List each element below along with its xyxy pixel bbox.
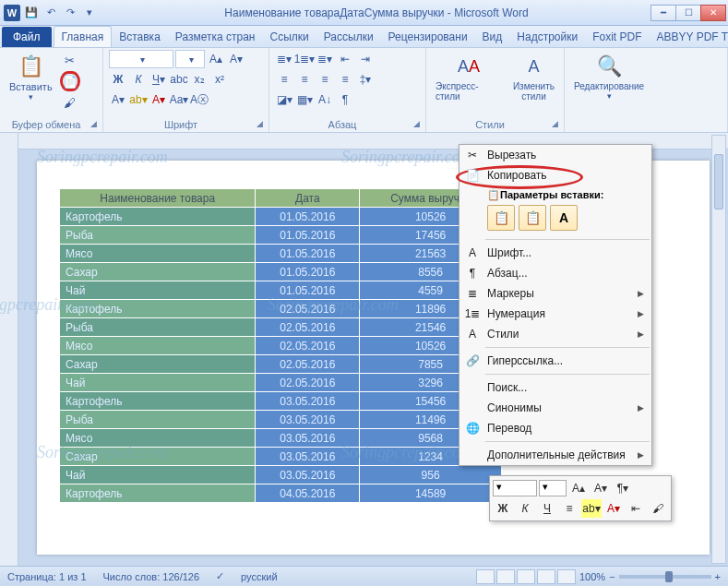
table-cell[interactable]: 956 bbox=[360, 466, 502, 484]
tab-foxit[interactable]: Foxit PDF bbox=[585, 27, 649, 47]
tab-insert[interactable]: Вставка bbox=[112, 27, 168, 47]
close-button[interactable]: ✕ bbox=[700, 5, 726, 21]
table-header[interactable]: Дата bbox=[256, 189, 360, 208]
status-page[interactable]: Страница: 1 из 1 bbox=[7, 571, 87, 582]
status-proofing-icon[interactable]: ✓ bbox=[216, 570, 224, 582]
mini-underline-icon[interactable]: Ч bbox=[537, 499, 557, 518]
table-cell[interactable]: 01.05.2016 bbox=[256, 226, 360, 245]
align-right-icon[interactable]: ≡ bbox=[316, 70, 334, 89]
font-launcher-icon[interactable]: ◢ bbox=[253, 119, 263, 128]
table-cell[interactable]: Мясо bbox=[60, 245, 256, 263]
clear-format-icon[interactable]: Aⓧ bbox=[190, 90, 209, 109]
tab-mailings[interactable]: Рассылки bbox=[316, 27, 381, 47]
table-cell[interactable]: 02.05.2016 bbox=[256, 300, 360, 318]
ctx-paragraph[interactable]: ¶Абзац... bbox=[459, 263, 651, 283]
table-cell[interactable]: 03.05.2016 bbox=[256, 411, 360, 429]
table-row[interactable]: Мясо03.05.20169568 bbox=[60, 429, 502, 448]
bullets-icon[interactable]: ≣▾ bbox=[275, 50, 293, 68]
tab-references[interactable]: Ссылки bbox=[262, 27, 316, 47]
table-row[interactable]: Картофель01.05.201610526 bbox=[60, 208, 502, 226]
format-painter-icon[interactable]: 🖌 bbox=[60, 92, 80, 113]
mini-font-name[interactable]: ▾ bbox=[493, 480, 537, 496]
mini-styles-icon[interactable]: ¶▾ bbox=[613, 479, 633, 497]
zoom-level[interactable]: 100% bbox=[579, 571, 605, 582]
mini-indent-icon[interactable]: ⇤ bbox=[626, 499, 646, 518]
table-row[interactable]: Картофель04.05.201614589 bbox=[60, 484, 502, 503]
table-row[interactable]: Сахар01.05.20168556 bbox=[60, 263, 502, 281]
ctx-bullets[interactable]: ≣Маркеры▶ bbox=[459, 283, 651, 304]
shading-icon[interactable]: ◪▾ bbox=[275, 90, 293, 109]
underline-icon[interactable]: Ч▾ bbox=[149, 70, 168, 89]
status-language[interactable]: русский bbox=[241, 571, 277, 582]
table-cell[interactable]: Чай bbox=[60, 374, 256, 392]
paste-button[interactable]: 📋 Вставить ▾ bbox=[6, 50, 56, 103]
table-cell[interactable]: 01.05.2016 bbox=[256, 263, 360, 281]
table-row[interactable]: Мясо01.05.201621563 bbox=[60, 245, 502, 263]
table-cell[interactable]: 01.05.2016 bbox=[256, 208, 360, 226]
table-cell[interactable]: 02.05.2016 bbox=[256, 318, 360, 337]
mini-highlight-icon[interactable]: ab▾ bbox=[581, 499, 602, 518]
paste-option-merge[interactable]: 📋 bbox=[519, 205, 546, 231]
table-cell[interactable]: Рыба bbox=[60, 411, 256, 429]
decrease-indent-icon[interactable]: ⇤ bbox=[336, 50, 354, 68]
minimize-button[interactable]: ━ bbox=[650, 5, 676, 21]
ctx-cut[interactable]: ✂Вырезать bbox=[459, 145, 651, 165]
table-row[interactable]: Чай01.05.20164559 bbox=[60, 281, 502, 300]
multilevel-icon[interactable]: ≣▾ bbox=[316, 50, 334, 68]
zoom-in-icon[interactable]: + bbox=[715, 571, 721, 582]
table-row[interactable]: Рыба03.05.201611496 bbox=[60, 411, 502, 429]
table-cell[interactable]: Картофель bbox=[60, 392, 256, 411]
subscript-icon[interactable]: x₂ bbox=[190, 70, 209, 89]
table-cell[interactable]: 14589 bbox=[360, 484, 502, 503]
show-marks-icon[interactable]: ¶ bbox=[336, 90, 354, 109]
superscript-icon[interactable]: x² bbox=[210, 70, 229, 89]
table-cell[interactable]: Сахар bbox=[60, 355, 256, 374]
change-styles-button[interactable]: A Изменить стили bbox=[509, 50, 558, 103]
qat-customize-icon[interactable]: ▾ bbox=[81, 5, 98, 21]
cut-icon[interactable]: ✂ bbox=[60, 50, 80, 70]
table-row[interactable]: Сахар03.05.20161234 bbox=[60, 448, 502, 466]
table-cell[interactable]: 02.05.2016 bbox=[256, 374, 360, 392]
view-draft[interactable] bbox=[557, 569, 576, 584]
table-row[interactable]: Чай03.05.2016956 bbox=[60, 466, 502, 484]
table-cell[interactable]: 01.05.2016 bbox=[256, 281, 360, 300]
ctx-search[interactable]: Поиск... bbox=[459, 377, 651, 398]
line-spacing-icon[interactable]: ‡▾ bbox=[356, 70, 375, 89]
clipboard-launcher-icon[interactable]: ◢ bbox=[87, 119, 97, 128]
ctx-translate[interactable]: 🌐Перевод bbox=[459, 418, 651, 438]
table-cell[interactable]: 03.05.2016 bbox=[256, 429, 360, 448]
table-cell[interactable]: Сахар bbox=[60, 263, 256, 281]
view-web[interactable] bbox=[517, 569, 535, 584]
quick-styles-button[interactable]: AA Экспресс-стили bbox=[432, 50, 506, 103]
table-row[interactable]: Картофель02.05.201611896 bbox=[60, 300, 502, 318]
font-size-dropdown[interactable]: ▾ bbox=[175, 50, 205, 68]
table-cell[interactable]: 02.05.2016 bbox=[256, 355, 360, 374]
table-cell[interactable]: 03.05.2016 bbox=[256, 466, 360, 484]
ctx-synonyms[interactable]: Синонимы▶ bbox=[459, 398, 651, 418]
mini-bold-icon[interactable]: Ж bbox=[493, 499, 513, 518]
paste-option-text-only[interactable]: A bbox=[550, 205, 578, 231]
table-cell[interactable]: Сахар bbox=[60, 448, 256, 466]
view-outline[interactable] bbox=[537, 569, 555, 584]
table-cell[interactable]: 03.05.2016 bbox=[256, 392, 360, 411]
mini-shrink-icon[interactable]: A▾ bbox=[591, 479, 611, 497]
align-left-icon[interactable]: ≡ bbox=[275, 70, 293, 89]
table-cell[interactable]: Мясо bbox=[60, 337, 256, 355]
italic-icon[interactable]: К bbox=[129, 70, 148, 89]
table-cell[interactable]: Картофель bbox=[60, 208, 256, 226]
styles-launcher-icon[interactable]: ◢ bbox=[548, 119, 558, 128]
file-tab[interactable]: Файл bbox=[2, 27, 52, 47]
table-row[interactable]: Мясо02.05.201610526 bbox=[60, 337, 502, 355]
editing-button[interactable]: 🔍 Редактирование ▾ bbox=[570, 50, 648, 102]
table-cell[interactable]: Рыба bbox=[60, 318, 256, 337]
align-center-icon[interactable]: ≡ bbox=[295, 70, 314, 89]
zoom-slider[interactable] bbox=[619, 575, 711, 579]
zoom-out-icon[interactable]: − bbox=[609, 571, 615, 582]
tab-abbyy[interactable]: ABBYY PDF Trans bbox=[650, 27, 729, 47]
font-color-icon[interactable]: A▾ bbox=[149, 90, 168, 109]
strike-icon[interactable]: abc bbox=[170, 70, 188, 89]
table-cell[interactable]: 03.05.2016 bbox=[256, 448, 360, 466]
mini-italic-icon[interactable]: К bbox=[515, 499, 535, 518]
view-fullscreen[interactable] bbox=[496, 569, 515, 584]
mini-format-painter-icon[interactable]: 🖌 bbox=[648, 499, 668, 518]
